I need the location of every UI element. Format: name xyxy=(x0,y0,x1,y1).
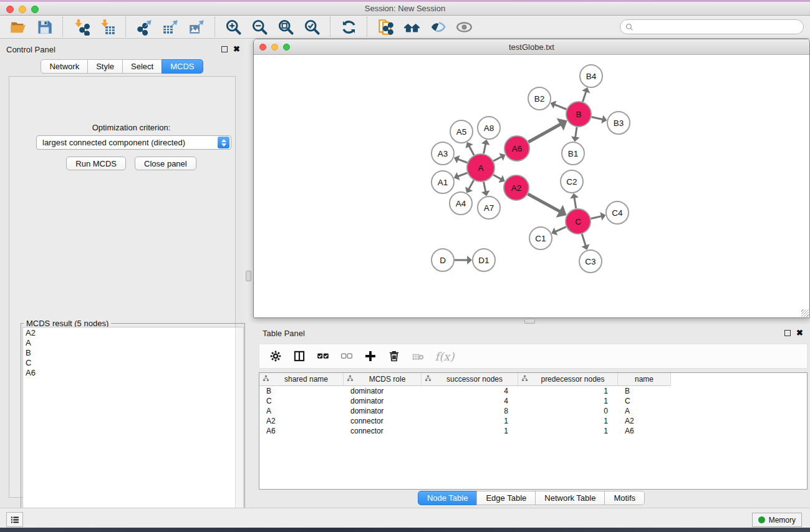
tab-network[interactable]: Network xyxy=(41,59,88,74)
column-visibility-icon[interactable] xyxy=(292,349,307,364)
show-selected-icon[interactable] xyxy=(453,17,475,37)
hide-selected-icon[interactable] xyxy=(427,17,449,37)
tab-select[interactable]: Select xyxy=(122,59,162,74)
close-table-panel-icon[interactable]: ✖ xyxy=(796,330,803,336)
column-header-predecessor-nodes[interactable]: predecessor nodes xyxy=(518,373,618,386)
graph-edge-A-A4[interactable] xyxy=(468,180,474,190)
float-table-panel-icon[interactable] xyxy=(784,330,791,336)
graph-edge-A-A8[interactable] xyxy=(484,143,486,153)
table-cell[interactable]: 1 xyxy=(518,387,618,395)
table-cell[interactable]: 4 xyxy=(422,397,518,405)
close-window-button[interactable] xyxy=(6,6,14,13)
table-cell[interactable]: C xyxy=(618,397,671,405)
table-cell[interactable]: dominator xyxy=(344,387,422,395)
task-history-button[interactable] xyxy=(6,512,23,527)
result-list-item[interactable]: A6 xyxy=(23,367,243,377)
table-row[interactable]: A6connector11A6 xyxy=(259,426,807,436)
graph-edge-A2-C[interactable] xyxy=(528,194,560,212)
table-row[interactable]: Cdominator41C xyxy=(259,396,807,406)
graph-edge-B-B3[interactable] xyxy=(592,117,604,119)
table-cell[interactable]: dominator xyxy=(344,407,422,415)
result-list-scrollbar[interactable] xyxy=(235,327,243,531)
graph-edge-C-C4[interactable] xyxy=(591,216,602,218)
table-cell[interactable]: connector xyxy=(344,417,422,425)
show-all-networks-icon[interactable] xyxy=(400,17,423,37)
export-table-icon[interactable] xyxy=(159,17,181,37)
close-panel-button[interactable]: Close panel xyxy=(135,157,196,170)
clone-network-icon[interactable] xyxy=(374,17,397,37)
result-list-item[interactable]: A2 xyxy=(23,327,243,337)
network-window-titlebar[interactable]: testGlobe.txt xyxy=(254,39,809,55)
table-cell[interactable]: A xyxy=(259,407,344,415)
tab-node-table[interactable]: Node Table xyxy=(418,491,478,505)
network-maximize-button[interactable] xyxy=(283,44,290,51)
result-list-item[interactable]: C xyxy=(23,357,243,367)
graph-edge-B-B1[interactable] xyxy=(576,127,577,138)
maximize-window-button[interactable] xyxy=(31,6,39,13)
table-cell[interactable]: C xyxy=(259,397,344,405)
graph-edge-C-C3[interactable] xyxy=(582,234,586,246)
export-image-icon[interactable] xyxy=(185,17,208,37)
column-header-name[interactable]: name xyxy=(618,373,671,386)
table-cell[interactable]: B xyxy=(618,387,671,395)
zoom-out-icon[interactable] xyxy=(248,17,271,37)
table-cell[interactable]: 1 xyxy=(422,417,518,425)
table-cell[interactable]: A6 xyxy=(259,427,344,435)
column-header-shared-name[interactable]: shared name xyxy=(259,373,344,386)
table-row[interactable]: Bdominator41B xyxy=(259,386,807,396)
graph-edge-B-B2[interactable] xyxy=(554,104,566,109)
minimize-window-button[interactable] xyxy=(19,6,26,13)
table-cell[interactable]: 1 xyxy=(518,417,618,425)
window-resize-grip[interactable] xyxy=(801,309,809,317)
table-cell[interactable]: 8 xyxy=(422,407,518,415)
table-row[interactable]: A2connector11A2 xyxy=(259,416,807,426)
table-cell[interactable]: connector xyxy=(344,427,422,435)
zoom-in-icon[interactable] xyxy=(222,17,244,37)
network-canvas[interactable]: B4B2BB3A5A8A6B1A3AC2A1A2A4A7C4CC1C3DD1 xyxy=(254,55,809,317)
tab-motifs[interactable]: Motifs xyxy=(604,491,645,505)
table-cell[interactable]: A6 xyxy=(618,427,671,435)
float-panel-icon[interactable] xyxy=(221,46,228,52)
graph-edge-A-A2[interactable] xyxy=(493,175,502,180)
search-input[interactable] xyxy=(637,22,798,31)
save-session-icon[interactable] xyxy=(33,17,55,37)
horizontal-splitter-grip[interactable] xyxy=(524,319,535,324)
network-close-button[interactable] xyxy=(259,44,266,51)
criterion-dropdown[interactable]: largest connected component (directed) xyxy=(36,135,231,150)
refresh-icon[interactable] xyxy=(337,17,360,37)
close-panel-icon[interactable]: ✖ xyxy=(233,46,240,52)
graph-edge-A-A7[interactable] xyxy=(484,182,486,193)
zoom-fit-icon[interactable] xyxy=(274,17,297,37)
graph-edge-C-C2[interactable] xyxy=(574,197,576,209)
graph-edge-A6-B[interactable] xyxy=(528,124,561,142)
graph-edge-A-A3[interactable] xyxy=(457,159,467,163)
table-cell[interactable]: 1 xyxy=(422,427,518,435)
add-column-icon[interactable] xyxy=(363,349,378,364)
column-header-MCDS-role[interactable]: MCDS role xyxy=(344,373,422,386)
import-network-icon[interactable] xyxy=(70,17,92,37)
tab-network-table[interactable]: Network Table xyxy=(535,491,605,505)
mcds-result-list[interactable]: A2ABCA6 xyxy=(22,327,244,532)
table-cell[interactable]: A2 xyxy=(618,417,671,425)
table-cell[interactable]: 4 xyxy=(422,387,518,395)
export-network-icon[interactable] xyxy=(133,17,155,37)
run-mcds-button[interactable]: Run MCDS xyxy=(66,157,126,170)
delete-column-icon[interactable] xyxy=(387,349,402,364)
select-all-icon[interactable] xyxy=(316,349,330,364)
vertical-splitter-grip[interactable] xyxy=(246,271,251,281)
table-cell[interactable]: 0 xyxy=(518,407,618,415)
graph-edge-A-A5[interactable] xyxy=(469,145,474,155)
table-cell[interactable]: A xyxy=(618,407,671,415)
table-cell[interactable]: 1 xyxy=(518,427,618,435)
table-cell[interactable]: A2 xyxy=(259,417,344,425)
network-minimize-button[interactable] xyxy=(271,44,278,51)
search-box[interactable] xyxy=(620,19,804,34)
tab-style[interactable]: Style xyxy=(87,59,123,74)
zoom-selected-icon[interactable] xyxy=(301,17,323,37)
open-file-icon[interactable] xyxy=(7,17,29,37)
table-cell[interactable]: dominator xyxy=(344,397,422,405)
result-list-item[interactable]: A xyxy=(23,337,243,347)
tab-edge-table[interactable]: Edge Table xyxy=(476,491,536,505)
table-settings-icon[interactable] xyxy=(268,349,283,364)
graph-edge-A-A6[interactable] xyxy=(493,157,502,162)
